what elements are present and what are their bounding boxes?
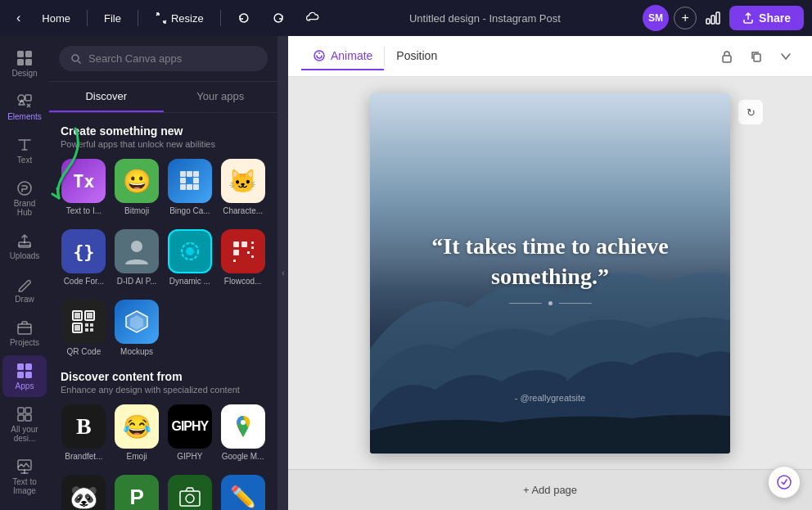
cloud-save-button[interactable]: [298, 7, 327, 29]
sidebar-item-elements[interactable]: Elements: [2, 86, 47, 128]
sidebar-item-brandhub[interactable]: Brand Hub: [2, 173, 47, 223]
svg-rect-15: [25, 372, 32, 378]
file-button[interactable]: File: [96, 7, 129, 29]
app-label-google-maps: Google M...: [222, 452, 264, 462]
camera-icon: [178, 485, 202, 509]
add-page-button[interactable]: + Add page: [507, 477, 593, 503]
svg-rect-50: [90, 328, 93, 332]
lock-button[interactable]: [714, 43, 740, 70]
redo-button[interactable]: [264, 7, 293, 29]
collapse-panel-handle[interactable]: ‹: [278, 36, 288, 510]
app-item-qr-code[interactable]: QR Code: [61, 300, 107, 357]
panel-search: [49, 36, 277, 82]
sidebar-item-draw[interactable]: Draw: [2, 269, 47, 310]
create-section: Create something new Powerful apps that …: [61, 124, 266, 149]
back-button[interactable]: ‹: [8, 6, 29, 30]
app-label-characte: Characte...: [223, 206, 263, 216]
app-item-pencil[interactable]: ✏️: [219, 475, 266, 510]
mockups-icon: [123, 308, 151, 336]
app-item-dynamic[interactable]: Dynamic ...: [167, 229, 214, 287]
sidebar-item-uploads[interactable]: Uploads: [2, 225, 47, 267]
svg-point-60: [778, 476, 791, 489]
resize-label: Resize: [171, 12, 204, 25]
add-collaborator-button[interactable]: +: [674, 7, 697, 29]
svg-rect-40: [233, 260, 236, 262]
svg-rect-46: [74, 325, 80, 331]
app-item-mockups[interactable]: Mockups: [114, 300, 160, 357]
app-item-google-maps[interactable]: Google M...: [219, 404, 266, 462]
elements-icon: [16, 93, 34, 111]
qr-icon: [70, 309, 97, 335]
svg-point-9: [18, 182, 31, 195]
app-item-giphy[interactable]: GIPHY GIPHY: [167, 404, 214, 462]
draw-label: Draw: [15, 295, 34, 304]
app-item-brandfet[interactable]: B Brandfet...: [61, 404, 107, 462]
avatar-initials: SM: [648, 12, 663, 24]
app-item-bingo-ca[interactable]: Bingo Ca...: [167, 159, 214, 216]
app-item-piktochart[interactable]: P: [114, 475, 160, 510]
app-item-flowcod[interactable]: Flowcod...: [219, 229, 266, 287]
app-item-text-to-i[interactable]: Tx Text to I...: [61, 159, 107, 216]
app-item-code-for[interactable]: {} Code For...: [61, 229, 107, 287]
svg-rect-58: [723, 56, 731, 62]
svg-point-56: [314, 51, 324, 61]
svg-rect-12: [17, 363, 24, 370]
canvas-attribution-wrapper: - @reallygreatsite: [370, 390, 730, 404]
analytics-button[interactable]: [701, 6, 724, 31]
svg-rect-38: [251, 246, 254, 249]
app-item-bitmoji[interactable]: 😀 Bitmoji: [114, 159, 160, 216]
app-item-camera-app[interactable]: [167, 475, 214, 510]
copy-icon: [750, 50, 763, 63]
tab-discover[interactable]: Discover: [49, 82, 164, 112]
resize-icon: [155, 11, 168, 25]
canvas-frame: “It takes time to achieve something.” - …: [370, 93, 730, 454]
app-item-characte[interactable]: 🐱 Characte...: [219, 159, 266, 216]
more-options-button[interactable]: [773, 43, 799, 70]
tab-your-apps[interactable]: Your apps: [164, 82, 278, 112]
canvas-refresh-button[interactable]: ↻: [738, 100, 763, 124]
svg-rect-36: [247, 251, 250, 254]
resize-button[interactable]: Resize: [147, 7, 212, 29]
dynamic-icon: [178, 239, 202, 264]
bingo-icon: [178, 169, 202, 193]
canvas-toolbar: Animate Position: [288, 36, 812, 77]
app-icon-google-maps: [221, 404, 265, 449]
app-label-text-to-i: Text to I...: [66, 206, 102, 216]
sidebar-item-text[interactable]: Text: [2, 129, 47, 171]
app-label-bingo-ca: Bingo Ca...: [169, 206, 210, 216]
share-button[interactable]: Share: [729, 6, 804, 30]
svg-rect-14: [17, 372, 24, 378]
svg-rect-6: [25, 59, 32, 65]
home-button[interactable]: Home: [34, 7, 79, 29]
app-item-emoji[interactable]: 😂 Emoji: [114, 404, 160, 462]
canvas-quote: “It takes time to achieve something.”: [370, 232, 730, 315]
search-icon: [70, 53, 82, 65]
app-label-giphy: GIPHY: [177, 452, 202, 462]
avatar-button[interactable]: SM: [643, 5, 669, 31]
fab-button[interactable]: [768, 466, 801, 499]
sidebar-item-texttoimage[interactable]: Text to Image: [2, 451, 47, 502]
flowcod-icon: [231, 239, 255, 264]
top-bar-right: SM + Share: [643, 5, 804, 31]
sidebar-item-apps[interactable]: Apps: [2, 355, 47, 397]
sidebar-item-projects[interactable]: Projects: [2, 312, 47, 354]
canvas-quote-text: “It takes time to achieve something.”: [403, 232, 697, 291]
sidebar-item-design[interactable]: Design: [2, 43, 47, 84]
discover-section-sub: Enhance any design with specialized cont…: [61, 385, 266, 395]
search-input[interactable]: [88, 52, 256, 65]
app-icon-text-to-i: Tx: [61, 159, 106, 203]
analytics-icon: [705, 9, 721, 25]
animate-button[interactable]: Animate: [301, 43, 384, 70]
app-item-d-id-ai[interactable]: D-ID AI P...: [114, 229, 160, 287]
undo-icon: [237, 11, 250, 25]
copy-button[interactable]: [743, 43, 769, 70]
svg-rect-59: [754, 54, 760, 61]
top-bar: ‹ Home File Resize: [0, 0, 812, 36]
position-button[interactable]: Position: [385, 43, 449, 70]
undo-button[interactable]: [229, 7, 259, 29]
divider-left: [509, 303, 542, 304]
discover-section: Discover content from Enhance any design…: [61, 370, 266, 395]
svg-rect-25: [180, 178, 186, 183]
app-item-panda[interactable]: 🐼: [61, 475, 107, 510]
sidebar-item-alldesigns[interactable]: All your desi...: [2, 399, 47, 449]
